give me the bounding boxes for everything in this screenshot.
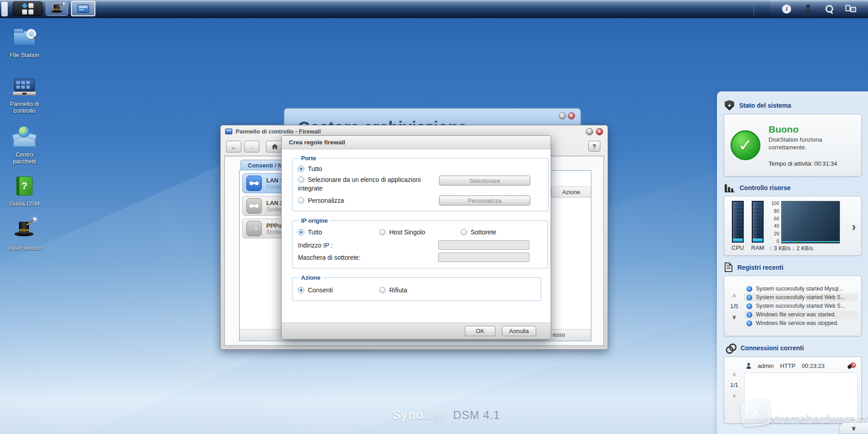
ports-custom-label[interactable]: Personalizza <box>308 197 344 204</box>
action-allow-label[interactable]: Consenti <box>308 286 333 294</box>
main-menu-button[interactable] <box>13 1 42 16</box>
resource-monitor-header: Controllo risorse <box>717 181 868 195</box>
quick-launch-button[interactable] <box>46 1 68 16</box>
page-down-icon[interactable]: ∨ <box>732 392 737 399</box>
close-icon[interactable]: × <box>568 112 575 119</box>
window-icon <box>225 129 232 134</box>
desktop-icon-quick-start[interactable]: Avvio veloce <box>4 219 45 251</box>
sidebar-collapse-tab[interactable]: ∨ <box>839 422 868 434</box>
ram-meter <box>752 201 764 243</box>
system-status-header: + Stato del sistema <box>717 97 868 113</box>
desktop-icon-file-station[interactable]: File Station <box>4 26 45 58</box>
action-deny-radio[interactable] <box>379 287 386 293</box>
help-button[interactable]: ? <box>588 141 600 152</box>
desktop-icon-label: Guida DSM <box>4 200 45 207</box>
ip-address-input[interactable] <box>438 240 529 250</box>
dialog-body: Porte Tutto Selezionare da un elenco di … <box>282 149 551 323</box>
ports-legend: Porte <box>299 155 318 162</box>
resource-monitor-card: CPU RAM 100 80 60 40 20 0 <box>724 196 862 256</box>
user-icon[interactable] <box>803 5 813 14</box>
desktop-icon-dsm-help[interactable]: ? Guida DSM <box>4 175 45 207</box>
taskbar: i <box>0 0 868 18</box>
source-ip-legend: IP origine <box>299 217 330 224</box>
log-entry[interactable]: i System successfully started Web S... <box>744 302 858 310</box>
ip-all-radio[interactable] <box>298 229 304 235</box>
show-desktop-button[interactable] <box>1 2 8 16</box>
expand-chevron-icon[interactable]: › <box>849 220 859 234</box>
upload-speed: 3 KB/s <box>774 245 791 252</box>
ip-single-host-radio[interactable] <box>379 229 386 235</box>
info-icon: i <box>746 320 752 326</box>
lan-icon <box>246 176 262 191</box>
log-entry[interactable]: i System successfully started Web S... <box>744 293 858 302</box>
logs-pager: ∧ 1/5 ∨ <box>724 292 744 320</box>
minimize-button[interactable] <box>586 128 593 135</box>
info-icon[interactable]: i <box>782 5 791 14</box>
dialog-footer: OK Annulla <box>282 323 551 339</box>
select-apps-button[interactable]: Selezionare <box>439 176 530 186</box>
ip-all-label[interactable]: Tutto <box>308 229 322 236</box>
cpu-meter <box>732 201 744 243</box>
package-center-icon <box>12 126 37 149</box>
dsm-branding: Synology DSM 4.1 <box>392 408 500 422</box>
taskbar-divider <box>754 2 754 16</box>
subnet-mask-label: Maschera di sottorete: <box>298 254 361 261</box>
ip-single-host-label[interactable]: Host Singolo <box>389 229 425 236</box>
ok-button[interactable]: OK <box>465 326 495 336</box>
connection-time: 00:23:23 <box>802 362 825 369</box>
disconnect-icon[interactable] <box>848 362 856 369</box>
action-allow-radio[interactable] <box>298 287 304 293</box>
control-panel-task-button[interactable] <box>71 1 95 16</box>
pppoe-icon: ··> <box>246 221 262 236</box>
forward-button[interactable]: → <box>244 141 259 153</box>
pilot-view-icon[interactable] <box>845 5 856 14</box>
quick-start-icon <box>12 219 37 243</box>
minimize-button[interactable] <box>559 112 566 119</box>
page-down-icon[interactable]: ∨ <box>732 314 737 320</box>
status-ok-icon: ✓ <box>731 130 760 160</box>
taskbar-right: i <box>770 0 868 18</box>
subnet-mask-input[interactable] <box>438 253 529 262</box>
network-speeds: ↑ 3 KB/s ↓ 2 KB/s <box>769 245 840 252</box>
brand-logy: logy <box>423 408 446 422</box>
watermark-badge: × <box>740 398 771 427</box>
info-icon: i <box>746 286 752 292</box>
log-entry[interactable]: i Windows file service was stopped. <box>744 319 858 328</box>
close-icon[interactable]: × <box>596 128 603 135</box>
action-fieldset: Azione Consenti Rifiuta <box>292 274 541 301</box>
connection-protocol: HTTP <box>780 362 795 369</box>
status-description: DiskStation funziona correttamente. <box>769 136 850 151</box>
ports-builtin-option[interactable]: Selezionare da un elenco di applicazioni… <box>298 176 439 193</box>
log-list: i System successfully started Mysql... i… <box>744 285 858 328</box>
desktop-icon-control-panel[interactable]: Pannello di controllo <box>4 75 45 114</box>
cancel-button[interactable]: Annulla <box>502 326 536 336</box>
network-chart-yaxis: 100 80 60 40 20 0 <box>771 201 781 243</box>
ports-all-label[interactable]: Tutto <box>308 165 322 172</box>
ip-subnet-radio[interactable] <box>461 229 467 235</box>
status-value: Buono <box>769 124 850 135</box>
ram-label: RAM <box>750 244 766 251</box>
ports-custom-radio[interactable] <box>298 197 304 204</box>
desktop-icon-package-center[interactable]: Centro pacchetti <box>4 126 45 165</box>
page-up-icon[interactable]: ∧ <box>732 371 737 377</box>
action-deny-label[interactable]: Rifiuta <box>389 286 407 294</box>
connection-row[interactable]: admin HTTP 00:23:23 <box>744 361 858 371</box>
column-header-action[interactable]: Azione <box>551 187 591 197</box>
ports-builtin-label[interactable]: Selezionare da un elenco di applicazioni… <box>298 176 421 192</box>
page-up-icon[interactable]: ∧ <box>732 292 737 299</box>
ip-address-label: Indirizzo IP : <box>298 242 333 249</box>
ports-all-radio[interactable] <box>298 166 304 172</box>
cpu-label: CPU <box>730 244 746 251</box>
log-entry[interactable]: i System successfully started Mysql... <box>744 285 858 293</box>
ip-subnet-label[interactable]: Sottorete <box>471 229 496 236</box>
customize-button[interactable]: Personalizza <box>439 196 530 205</box>
brand-syno: Syno <box>392 408 423 422</box>
search-icon[interactable] <box>825 5 834 14</box>
recent-logs-card: ∧ 1/5 ∨ i System successfully started My… <box>724 276 862 336</box>
create-firewall-rule-dialog: Crea regole firewall Porte Tutto Selezio… <box>281 135 551 339</box>
source-ip-fieldset: IP origine Tutto Host Singolo Sottorete <box>292 217 548 268</box>
back-button[interactable]: ← <box>226 141 241 153</box>
ports-builtin-radio[interactable] <box>298 176 304 183</box>
log-entry[interactable]: i Windows file service was started. <box>744 310 858 319</box>
widget-title: Controllo risorse <box>740 184 791 191</box>
